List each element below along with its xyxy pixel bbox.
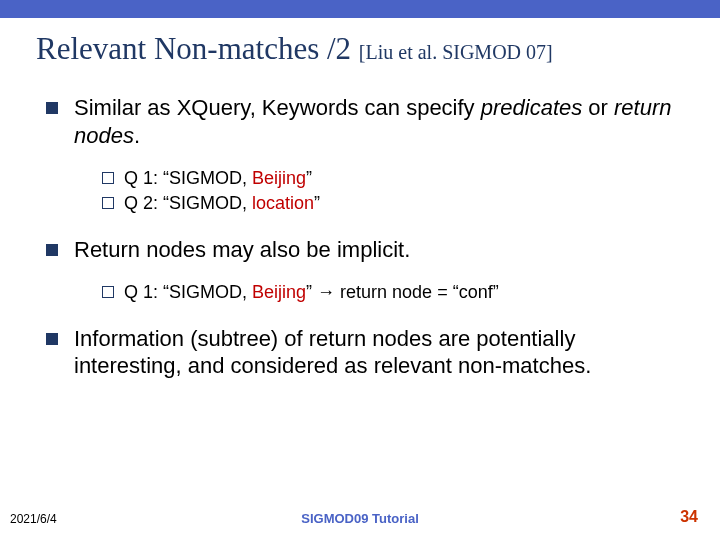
sub-bullet-q1: Q 1: “SIGMOD, Beijing” xyxy=(102,167,680,190)
query-label: Q 1: xyxy=(124,168,163,188)
sub-bullet-q1-conf: Q 1: “SIGMOD, Beijing” → return node = “… xyxy=(102,281,680,304)
bullet-2-subitems: Q 1: “SIGMOD, Beijing” → return node = “… xyxy=(102,281,680,304)
query-label: Q 2: xyxy=(124,193,163,213)
text-fragment: “SIGMOD, xyxy=(163,168,252,188)
sub-bullet-text: Q 1: “SIGMOD, Beijing” → return node = “… xyxy=(124,281,499,304)
text-fragment: return node = “conf” xyxy=(335,282,499,302)
bullet-2: Return nodes may also be implicit. xyxy=(46,236,680,264)
bullet-1-text: Similar as XQuery, Keywords can specify … xyxy=(74,94,680,149)
bullet-square-icon xyxy=(46,244,58,256)
text-fragment: “SIGMOD, xyxy=(163,193,252,213)
keyword-highlight: Beijing xyxy=(252,282,306,302)
keyword-highlight: location xyxy=(252,193,314,213)
bullet-3: Information (subtree) of return nodes ar… xyxy=(46,325,680,380)
slide-top-bar xyxy=(0,0,720,18)
text-fragment: . xyxy=(134,123,140,148)
footer-title: SIGMOD09 Tutorial xyxy=(0,511,720,526)
title-citation: [Liu et al. SIGMOD 07] xyxy=(359,41,553,63)
text-fragment: ” xyxy=(306,168,312,188)
bullet-hollow-icon xyxy=(102,197,114,209)
bullet-3-text: Information (subtree) of return nodes ar… xyxy=(74,325,680,380)
query-label: Q 1: xyxy=(124,282,163,302)
text-fragment: ” xyxy=(306,282,317,302)
keyword-highlight: Beijing xyxy=(252,168,306,188)
bullet-square-icon xyxy=(46,102,58,114)
bullet-hollow-icon xyxy=(102,286,114,298)
text-fragment: or xyxy=(582,95,614,120)
text-fragment: “SIGMOD, xyxy=(163,282,252,302)
sub-bullet-text: Q 2: “SIGMOD, location” xyxy=(124,192,320,215)
bullet-1: Similar as XQuery, Keywords can specify … xyxy=(46,94,680,149)
title-main: Relevant Non-matches /2 xyxy=(36,31,359,66)
bullet-square-icon xyxy=(46,333,58,345)
arrow-icon: → xyxy=(317,282,335,302)
emphasis-predicates: predicates xyxy=(481,95,583,120)
slide-title: Relevant Non-matches /2 [Liu et al. SIGM… xyxy=(36,32,720,66)
sub-bullet-q2: Q 2: “SIGMOD, location” xyxy=(102,192,680,215)
sub-bullet-text: Q 1: “SIGMOD, Beijing” xyxy=(124,167,312,190)
footer-page-number: 34 xyxy=(680,508,698,526)
text-fragment: ” xyxy=(314,193,320,213)
text-fragment: Similar as XQuery, Keywords can specify xyxy=(74,95,481,120)
bullet-2-text: Return nodes may also be implicit. xyxy=(74,236,680,264)
bullet-hollow-icon xyxy=(102,172,114,184)
slide-body: Similar as XQuery, Keywords can specify … xyxy=(46,94,680,380)
bullet-1-subitems: Q 1: “SIGMOD, Beijing” Q 2: “SIGMOD, loc… xyxy=(102,167,680,216)
